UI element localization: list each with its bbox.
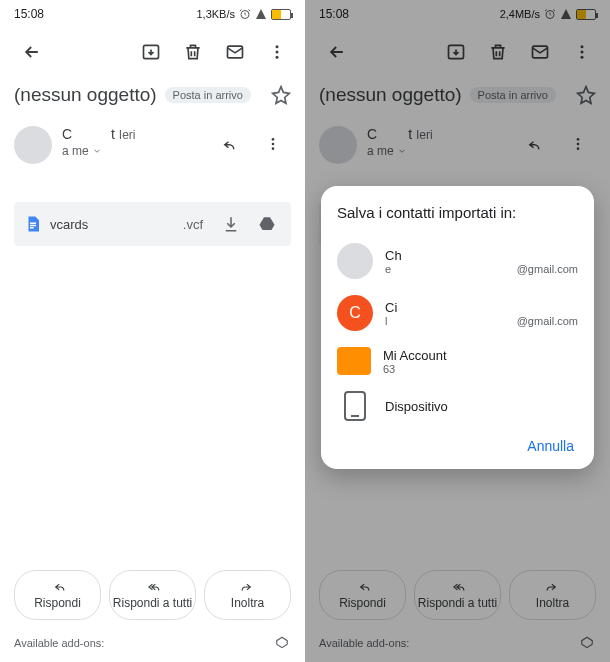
svg-point-3 bbox=[276, 45, 279, 48]
save-contacts-dialog: Salva i contatti importati in: Ch e@gmai… bbox=[321, 186, 594, 469]
right-pane: 15:08 2,4MB/s (nessun oggetto) Posta in … bbox=[305, 0, 610, 662]
toolbar bbox=[0, 28, 305, 76]
folder-chip[interactable]: Posta in arrivo bbox=[165, 87, 251, 103]
device-icon bbox=[344, 391, 366, 421]
more-button[interactable] bbox=[259, 34, 295, 70]
dialog-title: Salva i contatti importati in: bbox=[337, 204, 578, 221]
reply-icon-button[interactable] bbox=[209, 126, 245, 162]
alarm-icon bbox=[239, 8, 251, 20]
subject-text: (nessun oggetto) bbox=[14, 84, 157, 106]
sender-row: C t Ieri a me bbox=[0, 110, 305, 168]
sender-name: C t Ieri bbox=[62, 126, 199, 142]
status-net: 1,3KB/s bbox=[196, 8, 235, 20]
svg-point-7 bbox=[272, 143, 275, 146]
dialog-cancel-button[interactable]: Annulla bbox=[527, 438, 574, 454]
account-option-2[interactable]: C Ci l@gmail.com bbox=[337, 287, 578, 339]
forward-button[interactable]: Inoltra bbox=[204, 570, 291, 620]
svg-point-6 bbox=[272, 138, 275, 141]
battery-icon bbox=[271, 9, 291, 20]
status-bar: 15:08 1,3KB/s bbox=[0, 0, 305, 28]
back-button[interactable] bbox=[14, 34, 50, 70]
addons-label: Available add-ons: bbox=[14, 637, 104, 649]
sender-more-button[interactable] bbox=[255, 126, 291, 162]
mark-unread-button[interactable] bbox=[217, 34, 253, 70]
addons-icon[interactable] bbox=[273, 636, 291, 650]
subject-row: (nessun oggetto) Posta in arrivo bbox=[0, 76, 305, 110]
recipient-dropdown[interactable]: a me bbox=[62, 144, 199, 158]
account-option-1[interactable]: Ch e@gmail.com bbox=[337, 235, 578, 287]
reply-all-button[interactable]: Rispondi a tutti bbox=[109, 570, 196, 620]
addons-row: Available add-ons: bbox=[14, 630, 291, 658]
folder-icon bbox=[337, 347, 371, 375]
svg-point-8 bbox=[272, 147, 275, 150]
chevron-down-icon bbox=[92, 146, 102, 156]
svg-point-4 bbox=[276, 51, 279, 54]
archive-button[interactable] bbox=[133, 34, 169, 70]
account-option-4[interactable]: Dispositivo bbox=[337, 383, 578, 429]
attachment-name: vcards bbox=[50, 217, 175, 232]
account-avatar-icon: C bbox=[337, 295, 373, 331]
reply-button[interactable]: Rispondi bbox=[14, 570, 101, 620]
svg-point-5 bbox=[276, 56, 279, 59]
signal-icon bbox=[255, 8, 267, 20]
attachment-ext: .vcf bbox=[183, 217, 203, 232]
star-button[interactable] bbox=[271, 85, 291, 105]
attachment-card[interactable]: vcards .vcf bbox=[14, 202, 291, 246]
left-pane: 15:08 1,3KB/s (nessun oggetto) Posta in … bbox=[0, 0, 305, 662]
status-time: 15:08 bbox=[14, 7, 44, 21]
delete-button[interactable] bbox=[175, 34, 211, 70]
account-option-3[interactable]: Mi Account 63 bbox=[337, 339, 578, 383]
svg-rect-10 bbox=[30, 225, 36, 227]
action-row: Rispondi Rispondi a tutti Inoltra bbox=[14, 570, 291, 620]
save-to-drive-button[interactable] bbox=[253, 206, 281, 242]
file-icon bbox=[24, 213, 42, 235]
account-avatar-icon bbox=[337, 243, 373, 279]
sender-avatar[interactable] bbox=[14, 126, 52, 164]
svg-rect-11 bbox=[30, 227, 34, 229]
download-button[interactable] bbox=[217, 206, 245, 242]
svg-rect-9 bbox=[30, 223, 36, 225]
